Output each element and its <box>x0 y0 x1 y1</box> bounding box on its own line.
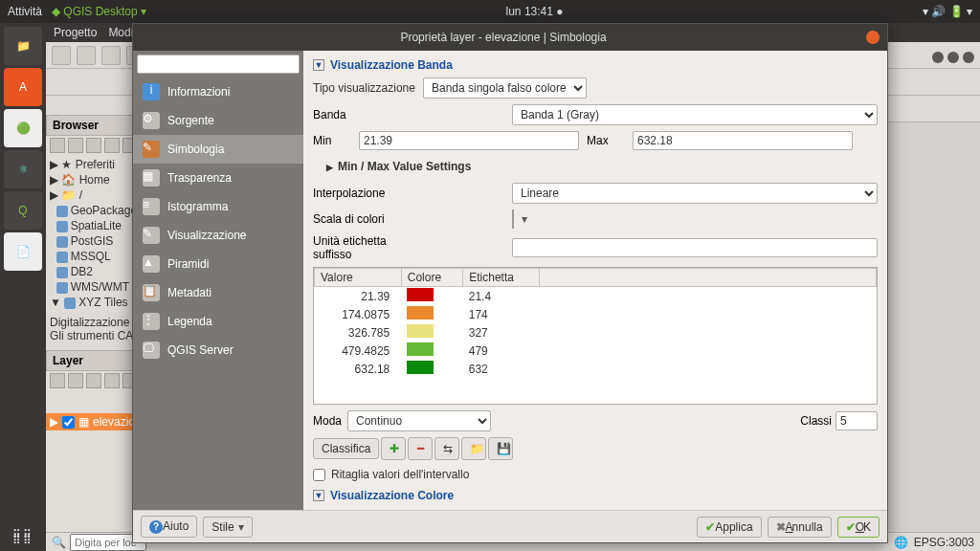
color-rendering-header[interactable]: ▼Visualizzazione Colore <box>313 489 878 502</box>
dialog-title: Proprietà layer - elevazione | Simbologi… <box>141 31 866 44</box>
style-button[interactable]: Stile <box>203 517 252 538</box>
activities-button[interactable]: Attività <box>8 5 42 18</box>
symbology-panel: ▼Visualizzazione Banda Tipo visualizzazi… <box>303 51 887 510</box>
color-map-row[interactable]: 479.4825479 <box>315 342 877 360</box>
window-controls[interactable] <box>932 52 974 63</box>
sidebar-item-informazioni[interactable]: iInformazioni <box>133 77 303 106</box>
color-ramp-label: Scala di colori <box>313 212 504 226</box>
system-top-bar: Attività ◆ QGIS Desktop ▾ lun 13:41 ● ▾ … <box>0 0 980 23</box>
sidebar-item-trasparenza[interactable]: ▦Trasparenza <box>133 164 303 192</box>
system-tray[interactable]: ▾ 🔊 🔋 ▾ <box>923 5 972 18</box>
crs-label[interactable]: EPSG:3003 <box>914 536 974 549</box>
active-app-menu[interactable]: ◆ QGIS Desktop ▾ <box>52 5 146 18</box>
minmax-settings-header[interactable]: Min / Max Value Settings <box>313 156 878 177</box>
band-rendering-header[interactable]: ▼Visualizzazione Banda <box>313 58 878 72</box>
dialog-titlebar: Proprietà layer - elevazione | Simbologi… <box>133 24 887 51</box>
sidebar-item-metadati[interactable]: 📋Metadati <box>133 278 303 307</box>
menu-project: Progetto <box>54 26 97 39</box>
mode-select[interactable]: Continuo <box>347 410 491 431</box>
cancel-button[interactable]: ✖Annulla <box>768 517 832 538</box>
layer-properties-dialog: Proprietà layer - elevazione | Simbologi… <box>132 23 888 543</box>
dialog-button-bar: ?Aiuto Stile ✔Applica ✖Annulla ✔OK <box>133 510 887 542</box>
color-map-row[interactable]: 632.18632 <box>315 360 877 378</box>
min-label: Min <box>313 134 351 147</box>
sidebar-item-istogramma[interactable]: ≡Istogramma <box>133 192 303 221</box>
search-icon: 🔍 <box>52 536 66 549</box>
mode-label: Moda <box>313 414 342 428</box>
classes-spinbox[interactable] <box>835 411 878 430</box>
classify-button[interactable]: Classifica <box>313 438 379 459</box>
color-map-row[interactable]: 174.0875174 <box>315 305 877 323</box>
dock-files-icon[interactable]: 📁 <box>4 27 42 65</box>
band-label: Banda <box>313 108 504 121</box>
launcher-dock: 📁 A 🟢 ⚛ Q 📄 ⠿⠿⠿⠿ <box>0 23 46 551</box>
color-map-table[interactable]: ValoreColoreEtichetta 21.3921.4174.08751… <box>313 267 878 405</box>
color-ramp-button[interactable] <box>512 209 514 229</box>
classes-label: Classi <box>800 414 832 428</box>
sidebar-item-legenda[interactable]: ⋮Legenda <box>133 307 303 336</box>
dock-apps-grid-icon[interactable]: ⠿⠿⠿⠿ <box>12 532 33 543</box>
unit-suffix-label: Unità etichettasuffisso <box>313 234 504 261</box>
dock-atom-icon[interactable]: ⚛ <box>4 150 42 188</box>
sidebar-item-visualizzazione[interactable]: ✎Visualizzazione <box>133 221 303 250</box>
interpolation-select[interactable]: Lineare <box>512 183 878 204</box>
crs-icon[interactable]: 🌐 <box>894 536 908 549</box>
dialog-sidebar: iInformazioni ⚙Sorgente ✎Simbologia ▦Tra… <box>133 51 303 510</box>
color-map-row[interactable]: 326.785327 <box>315 323 877 342</box>
add-entry-button[interactable]: ✚ <box>381 437 406 460</box>
color-ramp-dropdown-icon[interactable]: ▾ <box>518 212 531 226</box>
clock[interactable]: lun 13:41 ● <box>146 5 923 18</box>
render-type-select[interactable]: Banda singola falso colore <box>423 77 587 99</box>
render-type-label: Tipo visualizzazione <box>313 81 415 95</box>
color-map-row[interactable]: 21.3921.4 <box>315 287 877 306</box>
dock-software-icon[interactable]: A <box>4 68 42 106</box>
sidebar-item-piramidi[interactable]: ▲Piramidi <box>133 250 303 278</box>
sidebar-item-sorgente[interactable]: ⚙Sorgente <box>133 106 303 135</box>
apply-button[interactable]: ✔Applica <box>697 517 761 538</box>
dock-chrome-icon[interactable]: 🟢 <box>4 109 42 147</box>
load-colormap-button[interactable]: 📁 <box>461 437 486 460</box>
clip-values-checkbox[interactable] <box>313 469 325 481</box>
dock-qgis-icon[interactable]: Q <box>4 191 42 230</box>
sidebar-item-qgis-server[interactable]: 🖵QGIS Server <box>133 336 303 364</box>
interpolation-label: Interpolazione <box>313 187 504 200</box>
unit-suffix-input[interactable] <box>512 238 878 257</box>
min-input[interactable] <box>359 131 579 150</box>
max-label: Max <box>587 134 625 147</box>
clip-values-label: Ritaglia valori dell'intervallo <box>331 468 469 481</box>
sort-button[interactable]: ⇆ <box>434 437 459 460</box>
close-icon[interactable] <box>866 31 880 44</box>
remove-entry-button[interactable]: ━ <box>408 437 433 460</box>
help-button[interactable]: ?Aiuto <box>141 516 197 538</box>
sidebar-item-simbologia[interactable]: ✎Simbologia <box>133 135 303 164</box>
menu-edit: Modi <box>108 26 133 39</box>
sidebar-search-input[interactable] <box>137 55 300 74</box>
ok-button[interactable]: ✔OK <box>837 517 880 538</box>
band-select[interactable]: Banda 1 (Gray) <box>512 104 878 125</box>
save-colormap-button[interactable]: 💾 <box>488 437 513 460</box>
max-input[interactable] <box>633 131 853 150</box>
dock-writer-icon[interactable]: 📄 <box>4 232 42 271</box>
